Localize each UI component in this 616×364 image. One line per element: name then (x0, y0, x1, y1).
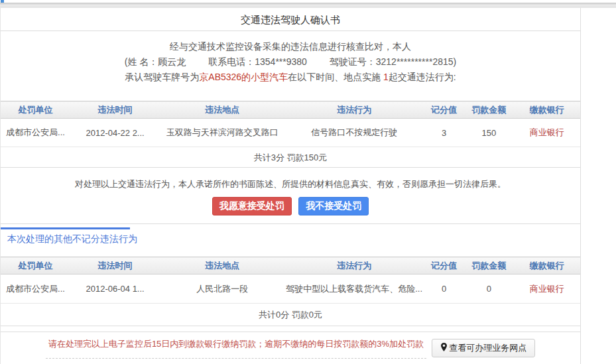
cell-time: 2012-06-04 1... (70, 274, 160, 304)
cell-points: 3 (424, 119, 464, 147)
violations-table: 处罚单位 违法时间 违法地点 违法行为 记分值 罚款金额 缴款银行 成都市公安局… (1, 101, 580, 147)
table-row: 成都市公安局... 2012-04-22 2... 玉双路与天祥滨河路交叉路口 … (1, 119, 580, 147)
cell-unit: 成都市公安局... (1, 274, 70, 304)
reject-penalty-button[interactable]: 我不接受处罚 (298, 197, 369, 215)
vehicle-type: 小型汽车 (251, 72, 288, 82)
cell-location: 玉双路与天祥滨河路交叉路口 (160, 119, 284, 147)
col-header-points: 记分值 (424, 257, 464, 274)
cell-behavior: 信号路口不按规定行驶 (284, 119, 424, 147)
col-header-time: 违法时间 (70, 257, 160, 274)
cell-fine: 0 (464, 274, 513, 304)
cell-points: 0 (424, 274, 464, 304)
plate-number: 京AB5326的 (199, 72, 251, 82)
intro-line-2: (姓 名：顾云龙 联系电话：1354***9380 驾驶证号：3212*****… (1, 54, 580, 70)
col-header-bank: 缴款银行 (513, 257, 580, 274)
statement-section: 对处理以上交通违法行为，本人承诺所作的书面陈述、所提供的材料信息真实、有效，否则… (1, 168, 580, 224)
col-header-location: 违法地点 (160, 257, 284, 274)
location-pin-icon (440, 343, 448, 354)
tab-other-violations[interactable]: 本次处理的其他不记分违法行为 (1, 227, 130, 251)
driver-name: (姓 名：顾云龙 (125, 54, 186, 70)
line3-middle: 在以下时间、地点实施 (288, 72, 383, 82)
other-summary: 共计0分 罚款0元 (1, 304, 580, 326)
intro-line-3: 承认驾驶车牌号为京AB5326的小型汽车在以下时间、地点实施 1起交通违法行为: (1, 70, 580, 85)
cell-behavior: 驾驶中型以上载客载货汽车、危险... (284, 274, 424, 304)
accept-penalty-button[interactable]: 我愿意接受处罚 (212, 197, 292, 215)
top-divider-bar (0, 3, 616, 8)
driver-license-no: 驾驶证号：3212**********2815) (330, 54, 456, 70)
cell-time: 2012-04-22 2... (70, 119, 160, 147)
col-header-fine: 罚款金额 (464, 257, 513, 274)
col-header-points: 记分值 (424, 101, 464, 119)
violations-table-header: 处罚单位 违法时间 违法地点 违法行为 记分值 罚款金额 缴款银行 (1, 101, 580, 119)
violations-summary: 共计3分 罚款150元 (1, 147, 580, 168)
col-header-behavior: 违法行为 (284, 101, 424, 119)
col-header-time: 违法时间 (70, 101, 160, 119)
col-header-unit: 处罚单位 (1, 101, 70, 119)
intro-paragraph: 经与交通技术监控设备采集的违法信息进行核查比对，本人 (姓 名：顾云龙 联系电话… (1, 31, 580, 93)
other-table-header: 处罚单位 违法时间 违法地点 违法行为 记分值 罚款金额 缴款银行 (1, 257, 580, 274)
cell-fine: 150 (464, 119, 513, 147)
decision-buttons: 我愿意接受处罚 我不接受处罚 (1, 197, 580, 215)
view-branches-label: 查看可办理业务网点 (449, 342, 526, 354)
payment-notice-text: 请在处理完以上电子监控后15日内到缴款银行缴纳罚款；逾期不缴纳的每日按罚款额的3… (46, 338, 426, 359)
col-header-location: 违法地点 (160, 101, 284, 119)
col-header-behavior: 违法行为 (284, 257, 424, 274)
other-violations-table: 处罚单位 违法时间 违法地点 违法行为 记分值 罚款金额 缴款银行 成都市公安局… (1, 257, 580, 304)
cell-unit: 成都市公安局... (1, 119, 70, 147)
view-branches-button[interactable]: 查看可办理业务网点 (432, 339, 535, 357)
table-row: 成都市公安局... 2012-06-04 1... 人民北路一段 驾驶中型以上载… (1, 274, 580, 304)
cell-location: 人民北路一段 (160, 274, 284, 304)
page-title: 交通违法驾驶人确认书 (1, 8, 580, 31)
col-header-fine: 罚款金额 (464, 101, 513, 119)
col-header-bank: 缴款银行 (513, 101, 580, 119)
bank-link[interactable]: 商业银行 (530, 284, 564, 294)
statement-text: 对处理以上交通违法行为，本人承诺所作的书面陈述、所提供的材料信息真实、有效，否则… (1, 178, 580, 190)
confirmation-document: 交通违法驾驶人确认书 经与交通技术监控设备采集的违法信息进行核查比对，本人 (姓… (0, 8, 581, 364)
line3-prefix: 承认驾驶车牌号为 (125, 72, 199, 82)
intro-line-1: 经与交通技术监控设备采集的违法信息进行核查比对，本人 (1, 39, 580, 54)
payment-notice-box: 请在处理完以上电子监控后15日内到缴款银行缴纳罚款；逾期不缴纳的每日按罚款额的3… (1, 332, 580, 364)
col-header-unit: 处罚单位 (1, 257, 70, 274)
line3-suffix: 起交通违法行为: (389, 72, 456, 82)
bank-link[interactable]: 商业银行 (530, 127, 564, 137)
driver-phone: 联系电话：1354***9380 (208, 54, 307, 70)
violation-count: 1 (383, 72, 389, 82)
